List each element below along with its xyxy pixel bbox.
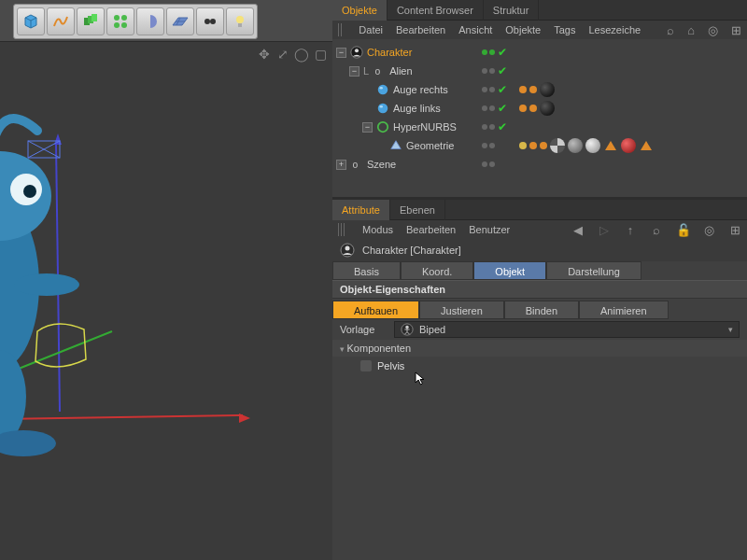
visibility-row[interactable]: ✔ [482, 62, 519, 80]
tab-darstellung[interactable]: Darstellung [546, 261, 641, 280]
tab-content-browser[interactable]: Content Browser [388, 0, 484, 21]
menu-bearbeiten2[interactable]: Bearbeiten [406, 224, 456, 235]
expander-icon[interactable]: + [336, 160, 346, 170]
array-tool[interactable] [77, 7, 105, 35]
vp-move-icon[interactable]: ✥ [258, 48, 271, 61]
red-tag[interactable] [621, 138, 636, 153]
black-tag[interactable] [540, 101, 555, 116]
section-header: Objekt-Eigenschaften [332, 280, 747, 299]
grip-icon[interactable] [338, 223, 345, 236]
check-icon[interactable]: ✔ [497, 120, 508, 133]
viewport[interactable]: ✥ ⤢ ◯ ▢ [0, 41, 332, 560]
orange-tag[interactable] [529, 86, 537, 93]
otri-tag[interactable] [639, 138, 654, 153]
svg-point-8 [121, 15, 127, 21]
tab-aufbauen[interactable]: Aufbauen [332, 301, 419, 319]
tree-row-auge-rechts[interactable]: Auge rechts [332, 80, 482, 99]
check-icon[interactable]: ✔ [497, 83, 508, 96]
expand-icon[interactable]: ⊞ [731, 23, 741, 37]
check-icon[interactable]: ✔ [497, 46, 508, 59]
visibility-row[interactable]: ✔ [482, 43, 519, 62]
visibility-row[interactable] [482, 155, 519, 174]
spline-tool[interactable] [47, 7, 75, 35]
tab-basis[interactable]: Basis [332, 261, 401, 280]
menu-tags[interactable]: Tags [554, 24, 575, 35]
tree-row-alien[interactable]: −L0Alien [332, 62, 482, 80]
component-item[interactable]: Pelvis [332, 357, 747, 375]
tag-row [519, 136, 747, 155]
menu-lesezeichen[interactable]: Lesezeiche [588, 24, 641, 35]
menu-ansicht[interactable]: Ansicht [458, 24, 492, 35]
svg-marker-43 [605, 141, 616, 150]
expander-icon[interactable]: − [349, 66, 359, 77]
new-icon[interactable]: ◎ [702, 223, 715, 237]
tab-objekt[interactable]: Objekt [473, 261, 546, 280]
visibility-row[interactable] [482, 136, 519, 155]
svg-point-10 [121, 22, 127, 28]
expand2-icon[interactable]: ⊞ [728, 223, 741, 237]
svg-marker-21 [239, 413, 250, 423]
expander-icon[interactable]: − [362, 122, 373, 133]
otri-tag[interactable] [603, 138, 618, 153]
boole-tool[interactable] [136, 7, 164, 35]
tree-row-geometrie[interactable]: Geometrie [332, 136, 482, 155]
search2-icon[interactable]: ⌕ [650, 223, 663, 237]
cube-tool[interactable] [17, 7, 45, 35]
tree-row-szene[interactable]: +0Szene [332, 155, 482, 174]
check-icon[interactable]: ✔ [497, 102, 508, 115]
fwd-icon[interactable]: ▷ [598, 223, 611, 237]
orange-tag[interactable] [519, 86, 527, 93]
tree-row-hypernurbs[interactable]: −HyperNURBS [332, 118, 482, 136]
svg-line-20 [19, 331, 112, 369]
svg-point-14 [204, 19, 210, 24]
tree-row-charakter[interactable]: −Charakter [332, 43, 482, 62]
attribute-tabs: Attribute Ebenen [332, 200, 747, 220]
vp-frame-icon[interactable]: ◯ [295, 48, 308, 61]
menu-bearbeiten[interactable]: Bearbeiten [396, 24, 445, 35]
vp-home-icon[interactable]: ⤢ [276, 48, 289, 61]
tab-struktur[interactable]: Struktur [484, 0, 540, 21]
menu-objekte[interactable]: Objekte [505, 24, 541, 35]
visibility-row[interactable]: ✔ [482, 80, 519, 99]
menu-datei[interactable]: Datei [359, 24, 383, 35]
grip-icon[interactable] [338, 23, 342, 36]
tab-justieren[interactable]: Justieren [419, 301, 504, 319]
check-icon[interactable]: ✔ [497, 64, 508, 77]
lock-icon[interactable]: 🔓 [676, 223, 689, 237]
camera-tool[interactable] [196, 7, 224, 35]
checker-tag[interactable] [550, 138, 565, 153]
grey-tag[interactable] [568, 138, 583, 153]
eye-icon[interactable]: ◎ [708, 23, 718, 37]
cloner-tool[interactable] [106, 7, 134, 35]
right-panels: Objekte Content Browser Struktur Datei B… [332, 0, 747, 560]
search-icon[interactable]: ⌕ [667, 23, 674, 37]
back-icon[interactable]: ◀ [571, 223, 585, 237]
menu-modus[interactable]: Modus [362, 224, 393, 235]
tab-binden[interactable]: Binden [504, 301, 579, 319]
black-tag[interactable] [540, 82, 555, 97]
components-header[interactable]: Komponenten [332, 340, 747, 357]
tab-objekte[interactable]: Objekte [332, 0, 388, 21]
expander-icon[interactable]: − [336, 48, 346, 58]
orange-tag[interactable] [519, 105, 527, 112]
template-combo[interactable]: Biped [394, 321, 740, 338]
visibility-row[interactable]: ✔ [482, 118, 519, 136]
light-tool[interactable] [226, 7, 254, 35]
tab-koord[interactable]: Koord. [401, 261, 473, 280]
orange-tag[interactable] [540, 142, 547, 149]
home-icon[interactable]: ⌂ [687, 23, 695, 37]
menu-benutzer[interactable]: Benutzer [469, 224, 510, 235]
tab-ebenen[interactable]: Ebenen [390, 200, 445, 220]
tab-animieren[interactable]: Animieren [579, 301, 669, 319]
tree-row-auge-links[interactable]: Auge links [332, 99, 482, 118]
floor-tool[interactable] [166, 7, 194, 35]
up-icon[interactable]: ↑ [624, 223, 637, 237]
visibility-row[interactable]: ✔ [482, 99, 519, 118]
silver-tag[interactable] [585, 138, 600, 153]
tab-attribute[interactable]: Attribute [332, 200, 390, 220]
vp-max-icon[interactable]: ▢ [314, 48, 327, 61]
orange-tag[interactable] [529, 105, 537, 112]
gold-tag[interactable] [519, 142, 527, 149]
attr-sub-tabs: Aufbauen Justieren Binden Animieren [332, 301, 747, 319]
orange-tag[interactable] [529, 142, 537, 149]
